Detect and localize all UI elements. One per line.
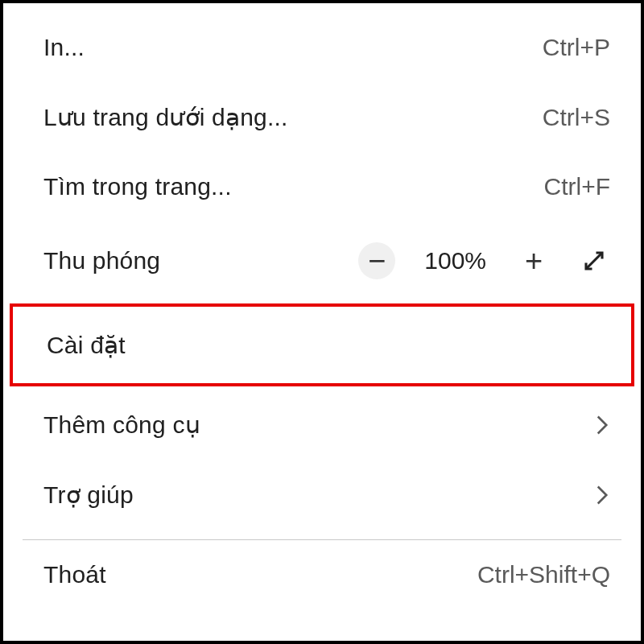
zoom-value: 100% [424, 247, 486, 275]
menu-label-help: Trợ giúp [43, 481, 134, 509]
menu-label-save-page: Lưu trang dưới dạng... [43, 103, 288, 131]
menu-item-exit[interactable]: Thoát Ctrl+Shift+Q [3, 540, 641, 609]
menu-label-more-tools: Thêm công cụ [43, 411, 200, 439]
menu-item-print[interactable]: In... Ctrl+P [3, 3, 641, 82]
menu-item-find-in-page[interactable]: Tìm trong trang... Ctrl+F [3, 152, 641, 221]
menu-item-more-tools[interactable]: Thêm công cụ [3, 390, 641, 460]
menu-label-print: In... [43, 34, 85, 61]
menu-item-help[interactable]: Trợ giúp [3, 460, 641, 530]
minus-icon: − [368, 244, 386, 279]
menu-label-zoom: Thu phóng [43, 247, 160, 275]
shortcut-exit: Ctrl+Shift+Q [477, 561, 610, 588]
shortcut-print: Ctrl+P [543, 34, 610, 61]
zoom-in-button[interactable]: + [515, 242, 552, 279]
browser-menu: In... Ctrl+P Lưu trang dưới dạng... Ctrl… [3, 3, 641, 609]
zoom-controls: − 100% + [358, 242, 610, 279]
menu-label-exit: Thoát [43, 561, 106, 588]
fullscreen-icon [582, 249, 606, 273]
menu-item-settings[interactable]: Cài đặt [10, 303, 634, 386]
chevron-right-icon [594, 484, 610, 506]
menu-label-find-in-page: Tìm trong trang... [43, 173, 232, 200]
menu-label-settings: Cài đặt [47, 331, 126, 359]
chevron-right-icon [594, 414, 610, 436]
shortcut-save-page: Ctrl+S [543, 104, 610, 131]
menu-item-save-page[interactable]: Lưu trang dưới dạng... Ctrl+S [3, 82, 641, 152]
menu-item-zoom: Thu phóng − 100% + [3, 221, 641, 300]
shortcut-find-in-page: Ctrl+F [544, 173, 611, 200]
zoom-out-button[interactable]: − [358, 242, 395, 279]
fullscreen-button[interactable] [578, 245, 610, 277]
plus-icon: + [525, 244, 543, 279]
